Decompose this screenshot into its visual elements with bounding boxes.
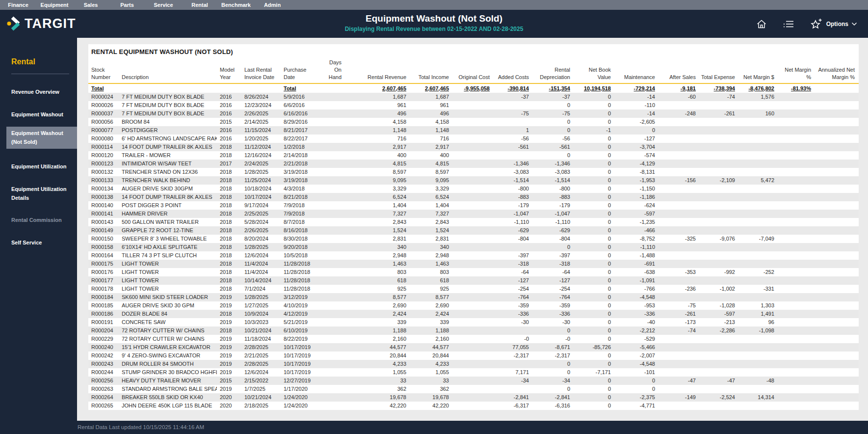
table-row[interactable]: R000264BREAKER 550LB SKID OR KX40202010/… xyxy=(88,393,859,402)
table-row[interactable]: R000191CONCRETE SAW201910/3/20235/21/201… xyxy=(88,318,859,326)
table-row[interactable]: R000185AUGER DRIVE SKID 30 GPM20191/27/2… xyxy=(88,301,859,310)
table-row[interactable]: R00022972 ROTARY CUTTER W/ CHAINS201911/… xyxy=(88,335,859,343)
cell-original-cost xyxy=(453,276,494,285)
nav-item-finance[interactable]: Finance xyxy=(0,0,36,10)
nav-item-equipment[interactable]: Equipment xyxy=(36,0,73,10)
column-header-after-sales[interactable]: After Sales xyxy=(659,58,700,83)
home-button[interactable] xyxy=(756,18,767,30)
table-row[interactable]: R000256HEAVY DUTY TRAILER MOVER20152/15/… xyxy=(88,377,859,385)
table-row[interactable]: R0000806' HD ARMSTRONG LANDSCAPE RAKE201… xyxy=(88,135,859,143)
table-row[interactable]: R000178LIGHT TOWER20187/1/202411/28/2018… xyxy=(88,285,859,293)
column-header-original-cost[interactable]: Original Cost xyxy=(453,58,494,83)
column-header-total-income[interactable]: Total Income xyxy=(410,58,453,83)
cell-original-cost xyxy=(453,260,494,268)
table-row[interactable]: R000175LIGHT TOWER201811/4/202411/28/201… xyxy=(88,260,859,268)
column-header-rental-revenue[interactable]: Rental Revenue xyxy=(345,58,410,83)
column-header-description[interactable]: Description xyxy=(119,58,217,83)
table-row[interactable]: R000120TRAILER - MOWER201812/16/20242/14… xyxy=(88,151,859,160)
table-row[interactable]: R000265JOHN DEERE 450K LGP 115 BLADE2020… xyxy=(88,402,859,410)
cell-purchase-date: 8/22/2019 xyxy=(281,335,320,343)
cell-annualized-net-margin xyxy=(815,352,859,360)
sidebar-item-equipment-utilization-details[interactable]: Equipment Utilization Details xyxy=(0,185,77,202)
column-header-net-book-value[interactable]: Net Book Value xyxy=(574,58,615,83)
table-row[interactable]: R0000267 FT MEDIUM DUTY BOX BLADE201612/… xyxy=(88,101,859,109)
cell-after-sales xyxy=(659,160,700,168)
cell-stock-number: R000240 xyxy=(88,343,119,352)
nav-item-rental[interactable]: Rental xyxy=(182,0,218,10)
table-row[interactable]: R000244STUMP GRINDER 30 BRADCO HGHFL2019… xyxy=(88,368,859,377)
column-header-days-on-hand[interactable]: Days On Hand xyxy=(320,58,345,83)
column-header-last-rental-invoice-date[interactable]: Last Rental Invoice Date xyxy=(241,58,281,83)
cell-total-income: 4,233 xyxy=(410,360,453,368)
table-row[interactable]: R00020472 ROTARY CUTTER W/ CHAINS201810/… xyxy=(88,326,859,335)
table-row[interactable]: R000186DOZER BLADE 84201810/9/20244/12/2… xyxy=(88,310,859,318)
table-row[interactable]: R000143500 GALLON WATER TRAILER20185/28/… xyxy=(88,218,859,226)
sidebar-item-rental-commission[interactable]: Rental Commission xyxy=(0,216,77,225)
sidebar-item-equipment-washout[interactable]: Equipment Washout xyxy=(0,110,77,119)
table-row[interactable]: R000149GRAPPLE 72 ROOT 12-TINE20182/26/2… xyxy=(88,226,859,235)
table-row[interactable]: R000263STANDARD ARMSTRONG BALE SPEAR2019… xyxy=(88,385,859,393)
cell-net-margin xyxy=(778,193,815,201)
sidebar-item-revenue-overview[interactable]: Revenue Overview xyxy=(0,88,77,97)
cell-annualized-net-margin xyxy=(815,251,859,260)
table-row[interactable]: R000177LIGHT TOWER201810/14/202411/28/20… xyxy=(88,276,859,285)
targit-logo[interactable]: TARGIT xyxy=(7,16,76,31)
table-row[interactable]: R000150SWEEPER 8' 3 WHEEL TOWABLE20188/2… xyxy=(88,235,859,243)
table-row[interactable]: R000176LIGHT TOWER201811/4/202411/28/201… xyxy=(88,268,859,276)
table-row[interactable]: R0000377 FT MEDIUM DUTY BOX BLADE20162/2… xyxy=(88,109,859,118)
column-header-net-margin[interactable]: Net Margin % xyxy=(778,58,815,83)
cell-after-sales xyxy=(659,101,700,109)
cell-rental-revenue: 33 xyxy=(345,377,410,385)
cell-rental-revenue: 716 xyxy=(345,135,410,143)
table-row[interactable]: R00011414 FOOT DUMP TRAILER 8K AXLES2018… xyxy=(88,143,859,151)
table-row[interactable]: R000056BROOM 8420152/14/20258/29/20164,1… xyxy=(88,118,859,126)
cell-stock-number: R000149 xyxy=(88,226,119,235)
app-window: FinanceEquipmentSalesPartsServiceRentalB… xyxy=(0,0,868,434)
nav-item-benchmark[interactable]: Benchmark xyxy=(218,0,254,10)
table-row[interactable]: R000164TILLER 74 3 PT SLIP CLUTCH201812/… xyxy=(88,251,859,260)
table-row[interactable]: R000123INTIMIDATOR W/SAW TEET20172/24/20… xyxy=(88,160,859,168)
table-row[interactable]: R000077POSTDIGGER201611/15/20248/21/2017… xyxy=(88,126,859,135)
cell-net-margin xyxy=(778,226,815,235)
table-row[interactable]: R000134AUGER DRIVE SKID 30GPM201810/18/2… xyxy=(88,185,859,193)
column-header-total-expense[interactable]: Total Expense xyxy=(700,58,739,83)
column-header-model-year[interactable]: Model Year xyxy=(217,58,241,83)
total-row[interactable]: TotalTotal2,607,4652,607,465-9,955,058-3… xyxy=(88,83,859,93)
table-row[interactable]: R0001586'10X14' HD AXLE SPLITGATE20181/2… xyxy=(88,243,859,251)
sidebar-item-self-service[interactable]: Self Service xyxy=(0,239,77,247)
cell-added-costs: -0 xyxy=(494,335,533,343)
nav-item-parts[interactable]: Parts xyxy=(109,0,145,10)
menu-list-button[interactable] xyxy=(782,18,795,30)
table-row[interactable]: R000243DRUM ROLLER 84 SMOOTH20192/28/202… xyxy=(88,360,859,368)
table-row[interactable]: R000132TRENCHER STAND ON 12X3620181/28/2… xyxy=(88,168,859,176)
cell-rental-revenue: 2,948 xyxy=(345,251,410,260)
nav-item-sales[interactable]: Sales xyxy=(73,0,109,10)
cell-net-margin: 1,491 xyxy=(739,310,778,318)
cell-model-year: 2019 xyxy=(217,335,241,343)
table-row[interactable]: R000141HAMMER DRIVER20182/25/20257/9/201… xyxy=(88,210,859,218)
table-row[interactable]: R00013814 FOOT DUMP TRAILER 8K AXLES2018… xyxy=(88,193,859,201)
table-row[interactable]: R000133TRENCHER WALK BEHIND201811/25/202… xyxy=(88,176,859,185)
column-header-stock-number[interactable]: Stock Number xyxy=(88,58,119,83)
column-header-rental-depreciation[interactable]: Rental Depreciation xyxy=(533,58,574,83)
table-row[interactable]: R000140POST DIGGER 3 POINT20189/17/20247… xyxy=(88,201,859,210)
column-header-annualized-net-margin[interactable]: Annualized Net Margin % xyxy=(815,58,859,83)
nav-item-admin[interactable]: Admin xyxy=(254,0,290,10)
cell-maintenance: -1,186 xyxy=(615,193,659,201)
nav-item-service[interactable]: Service xyxy=(145,0,182,10)
table-row[interactable]: R00024015'1 HYDR CRAWLER EXCAVATOR20192/… xyxy=(88,343,859,352)
table-row[interactable]: R000184SK600 MINI SKID STEER LOADER20191… xyxy=(88,293,859,301)
column-header-added-costs[interactable]: Added Costs xyxy=(494,58,533,83)
table-row[interactable]: R0002429' 4 ZERO-SWING EXCAVATOR20192/21… xyxy=(88,352,859,360)
cell-net-book-value: 0 xyxy=(574,326,615,335)
table-row[interactable]: R0000247 FT MEDIUM DUTY BOX BLADE20168/2… xyxy=(88,93,859,101)
cell-original-cost xyxy=(453,218,494,226)
column-header-net-margin[interactable]: Net Margin $ xyxy=(739,58,778,83)
options-button[interactable]: Options xyxy=(810,17,857,31)
cell-net-book-value: 0 xyxy=(574,301,615,310)
sidebar-item-equipment-washout-not-sold[interactable]: Equipment Washout (Not Sold) xyxy=(6,127,77,149)
sidebar-item-equipment-utilization[interactable]: Equipment Utilization xyxy=(0,163,77,171)
column-header-purchase-date[interactable]: Purchase Date xyxy=(281,58,320,83)
column-header-maintenance[interactable]: Maintenance xyxy=(615,58,659,83)
cell-days-on-hand xyxy=(320,160,345,168)
